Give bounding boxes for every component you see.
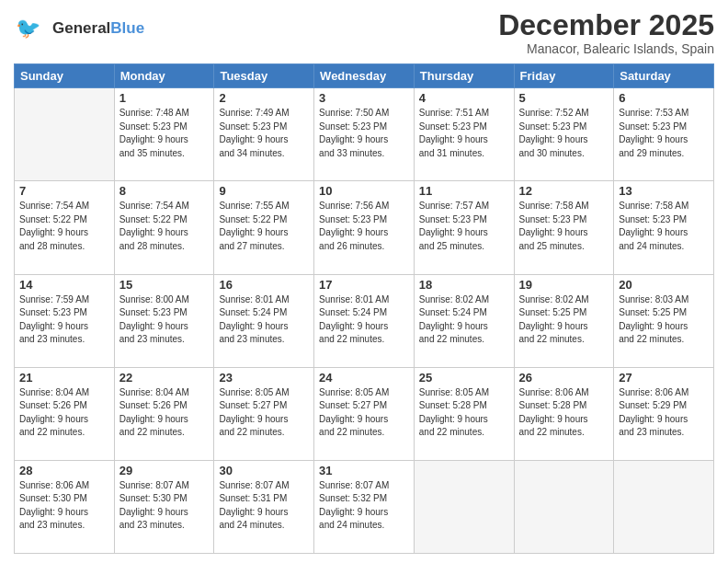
svg-text:🐦: 🐦 [16, 16, 41, 40]
day-info: Sunrise: 7:55 AMSunset: 5:22 PMDaylight:… [219, 200, 309, 253]
day-info: Sunrise: 7:54 AMSunset: 5:22 PMDaylight:… [119, 200, 210, 253]
logo-icon: 🐦 [14, 9, 49, 44]
calendar-cell: 14Sunrise: 7:59 AMSunset: 5:23 PMDayligh… [15, 274, 115, 367]
day-info: Sunrise: 7:57 AMSunset: 5:23 PMDaylight:… [419, 200, 509, 253]
day-number: 27 [619, 371, 709, 385]
weekday-header-thursday: Thursday [414, 64, 514, 88]
day-number: 16 [219, 278, 309, 292]
day-info: Sunrise: 7:49 AMSunset: 5:23 PMDaylight:… [219, 107, 309, 160]
calendar-cell: 7Sunrise: 7:54 AMSunset: 5:22 PMDaylight… [15, 181, 115, 274]
day-info: Sunrise: 7:56 AMSunset: 5:23 PMDaylight:… [319, 200, 409, 253]
day-number: 26 [519, 371, 609, 385]
calendar-cell: 21Sunrise: 8:04 AMSunset: 5:26 PMDayligh… [15, 367, 115, 460]
day-info: Sunrise: 8:02 AMSunset: 5:25 PMDaylight:… [519, 293, 609, 347]
day-info: Sunrise: 8:06 AMSunset: 5:29 PMDaylight:… [619, 386, 709, 440]
day-info: Sunrise: 8:06 AMSunset: 5:28 PMDaylight:… [519, 386, 609, 440]
calendar-cell: 3Sunrise: 7:50 AMSunset: 5:23 PMDaylight… [314, 88, 415, 181]
weekday-header-monday: Monday [114, 64, 214, 88]
day-info: Sunrise: 8:00 AMSunset: 5:23 PMDaylight:… [119, 293, 210, 347]
calendar-cell: 5Sunrise: 7:52 AMSunset: 5:23 PMDaylight… [514, 88, 614, 181]
week-row-3: 21Sunrise: 8:04 AMSunset: 5:26 PMDayligh… [15, 367, 714, 460]
day-number: 17 [319, 278, 409, 292]
calendar-cell: 2Sunrise: 7:49 AMSunset: 5:23 PMDaylight… [214, 88, 314, 181]
day-info: Sunrise: 7:58 AMSunset: 5:23 PMDaylight:… [619, 200, 709, 253]
calendar-cell: 30Sunrise: 8:07 AMSunset: 5:31 PMDayligh… [214, 460, 314, 553]
day-number: 7 [19, 184, 109, 198]
day-number: 8 [119, 184, 210, 198]
logo-text: GeneralBlue [52, 19, 144, 38]
calendar-cell: 29Sunrise: 8:07 AMSunset: 5:30 PMDayligh… [114, 460, 214, 553]
day-number: 4 [419, 91, 509, 105]
day-number: 21 [19, 371, 109, 385]
day-number: 25 [419, 371, 509, 385]
day-number: 29 [119, 464, 210, 477]
weekday-header-tuesday: Tuesday [214, 64, 314, 88]
day-info: Sunrise: 8:02 AMSunset: 5:24 PMDaylight:… [419, 293, 509, 347]
day-info: Sunrise: 7:48 AMSunset: 5:23 PMDaylight:… [119, 107, 210, 160]
day-number: 30 [219, 464, 309, 477]
location: Manacor, Balearic Islands, Spain [498, 41, 714, 56]
day-info: Sunrise: 8:04 AMSunset: 5:26 PMDaylight:… [119, 386, 210, 440]
calendar-cell: 28Sunrise: 8:06 AMSunset: 5:30 PMDayligh… [15, 460, 115, 553]
day-info: Sunrise: 7:59 AMSunset: 5:23 PMDaylight:… [19, 293, 109, 347]
day-info: Sunrise: 7:52 AMSunset: 5:23 PMDaylight:… [519, 107, 609, 160]
day-number: 9 [219, 184, 309, 198]
day-info: Sunrise: 8:07 AMSunset: 5:30 PMDaylight:… [119, 479, 210, 533]
day-info: Sunrise: 8:07 AMSunset: 5:32 PMDaylight:… [319, 479, 409, 533]
day-number: 19 [519, 278, 609, 292]
calendar: SundayMondayTuesdayWednesdayThursdayFrid… [14, 63, 714, 554]
weekday-header-wednesday: Wednesday [314, 64, 415, 88]
day-number: 10 [319, 184, 409, 198]
calendar-cell: 9Sunrise: 7:55 AMSunset: 5:22 PMDaylight… [214, 181, 314, 274]
day-info: Sunrise: 8:03 AMSunset: 5:25 PMDaylight:… [619, 293, 709, 347]
day-number: 31 [319, 464, 409, 477]
day-info: Sunrise: 8:01 AMSunset: 5:24 PMDaylight:… [219, 293, 309, 347]
day-info: Sunrise: 7:53 AMSunset: 5:23 PMDaylight:… [619, 107, 709, 160]
day-number: 3 [319, 91, 409, 105]
day-number: 22 [119, 371, 210, 385]
day-number: 1 [119, 91, 210, 105]
calendar-cell: 6Sunrise: 7:53 AMSunset: 5:23 PMDaylight… [614, 88, 714, 181]
day-number: 13 [619, 184, 709, 198]
calendar-cell [414, 460, 514, 553]
day-number: 14 [19, 278, 109, 292]
calendar-cell [514, 460, 614, 553]
day-number: 11 [419, 184, 509, 198]
day-number: 20 [619, 278, 709, 292]
calendar-cell: 12Sunrise: 7:58 AMSunset: 5:23 PMDayligh… [514, 181, 614, 274]
calendar-cell: 31Sunrise: 8:07 AMSunset: 5:32 PMDayligh… [314, 460, 415, 553]
week-row-4: 28Sunrise: 8:06 AMSunset: 5:30 PMDayligh… [15, 460, 714, 553]
header: 🐦 GeneralBlue December 2025 Manacor, Bal… [14, 9, 714, 56]
calendar-cell: 19Sunrise: 8:02 AMSunset: 5:25 PMDayligh… [514, 274, 614, 367]
calendar-cell: 10Sunrise: 7:56 AMSunset: 5:23 PMDayligh… [314, 181, 415, 274]
month-title: December 2025 [498, 9, 714, 41]
calendar-cell: 26Sunrise: 8:06 AMSunset: 5:28 PMDayligh… [514, 367, 614, 460]
calendar-cell: 24Sunrise: 8:05 AMSunset: 5:27 PMDayligh… [314, 367, 415, 460]
day-number: 12 [519, 184, 609, 198]
calendar-cell: 15Sunrise: 8:00 AMSunset: 5:23 PMDayligh… [114, 274, 214, 367]
week-row-1: 7Sunrise: 7:54 AMSunset: 5:22 PMDaylight… [15, 181, 714, 274]
day-info: Sunrise: 8:05 AMSunset: 5:27 PMDaylight:… [319, 386, 409, 440]
calendar-cell [614, 460, 714, 553]
logo: 🐦 GeneralBlue [14, 9, 144, 48]
weekday-header-friday: Friday [514, 64, 614, 88]
calendar-cell: 8Sunrise: 7:54 AMSunset: 5:22 PMDaylight… [114, 181, 214, 274]
calendar-cell: 16Sunrise: 8:01 AMSunset: 5:24 PMDayligh… [214, 274, 314, 367]
weekday-header-row: SundayMondayTuesdayWednesdayThursdayFrid… [15, 64, 714, 88]
day-number: 24 [319, 371, 409, 385]
calendar-cell [15, 88, 115, 181]
week-row-0: 1Sunrise: 7:48 AMSunset: 5:23 PMDaylight… [15, 88, 714, 181]
day-number: 5 [519, 91, 609, 105]
day-number: 2 [219, 91, 309, 105]
day-info: Sunrise: 8:06 AMSunset: 5:30 PMDaylight:… [19, 479, 109, 533]
calendar-cell: 25Sunrise: 8:05 AMSunset: 5:28 PMDayligh… [414, 367, 514, 460]
day-number: 23 [219, 371, 309, 385]
day-info: Sunrise: 7:51 AMSunset: 5:23 PMDaylight:… [419, 107, 509, 160]
day-number: 15 [119, 278, 210, 292]
weekday-header-sunday: Sunday [15, 64, 115, 88]
calendar-cell: 11Sunrise: 7:57 AMSunset: 5:23 PMDayligh… [414, 181, 514, 274]
calendar-cell: 13Sunrise: 7:58 AMSunset: 5:23 PMDayligh… [614, 181, 714, 274]
calendar-cell: 20Sunrise: 8:03 AMSunset: 5:25 PMDayligh… [614, 274, 714, 367]
day-info: Sunrise: 8:05 AMSunset: 5:27 PMDaylight:… [219, 386, 309, 440]
calendar-cell: 27Sunrise: 8:06 AMSunset: 5:29 PMDayligh… [614, 367, 714, 460]
